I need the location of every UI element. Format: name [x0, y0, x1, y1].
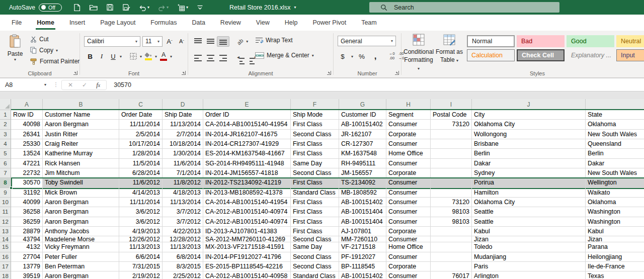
paste-button[interactable]: Paste ▾: [3, 34, 27, 62]
cell[interactable]: Craig Reiter: [43, 139, 119, 149]
cell[interactable]: SA-2012-MM7260110-41269: [203, 236, 291, 242]
cell[interactable]: 13779: [11, 262, 43, 271]
cell[interactable]: 39519: [11, 271, 43, 279]
new-file-button[interactable]: [73, 4, 80, 12]
top-align-button[interactable]: [192, 37, 204, 46]
cell[interactable]: Washington: [586, 217, 644, 227]
cell[interactable]: 4/18/2013: [163, 188, 203, 198]
decrease-font-button[interactable]: Aˇ: [177, 36, 187, 47]
cell[interactable]: Standard Class: [291, 188, 339, 198]
select-all-button[interactable]: [0, 99, 11, 110]
cell[interactable]: 4/14/2013: [119, 188, 163, 198]
cell[interactable]: State: [586, 110, 644, 120]
cell[interactable]: 3/7/2012: [163, 217, 203, 227]
borders-button[interactable]: [128, 51, 138, 62]
row-header-18[interactable]: 18: [0, 271, 11, 279]
column-header-C[interactable]: C: [119, 99, 163, 110]
number-dialog-launcher[interactable]: [395, 71, 399, 75]
column-header-D[interactable]: D: [163, 99, 203, 110]
row-header-14[interactable]: 14: [0, 236, 11, 242]
font-dialog-launcher[interactable]: [182, 71, 186, 75]
cell[interactable]: Second Class: [291, 168, 339, 178]
cell[interactable]: [431, 252, 472, 262]
cell[interactable]: Corporate: [386, 168, 431, 178]
cell-style-good[interactable]: Good: [567, 35, 614, 47]
document-title[interactable]: Retail Store 2016.xlsx ▾: [229, 0, 296, 15]
cell[interactable]: Oklahoma: [586, 198, 644, 207]
cell[interactable]: Waikato: [586, 188, 644, 198]
formula-input[interactable]: 30570: [114, 81, 131, 88]
cell[interactable]: Oklahoma City: [472, 120, 586, 129]
cell[interactable]: [431, 236, 472, 242]
cell[interactable]: Dakar: [472, 159, 586, 168]
format-painter-button[interactable]: Format Painter: [30, 58, 79, 65]
middle-align-button[interactable]: [205, 37, 216, 46]
increase-decimal-button[interactable]: ←0.00: [389, 52, 395, 60]
tab-power-pivot[interactable]: Power Pivot: [305, 15, 354, 31]
cell[interactable]: Jim Mitchum: [43, 168, 119, 178]
cancel-button[interactable]: ✕: [68, 81, 73, 88]
bold-button[interactable]: B: [85, 51, 95, 62]
cell[interactable]: 4/19/2013: [119, 227, 163, 236]
save-as-button[interactable]: [122, 4, 130, 11]
cell[interactable]: 3/7/2012: [163, 207, 203, 217]
cell[interactable]: Texas: [586, 271, 644, 279]
tab-file[interactable]: File: [4, 15, 29, 31]
cell[interactable]: 11/13/2013: [163, 242, 203, 252]
cell[interactable]: AB-100151404: [339, 207, 386, 217]
insert-function-button[interactable]: fx: [96, 81, 100, 89]
row-header-6[interactable]: 6: [0, 159, 11, 168]
wrap-text-button[interactable]: Wrap Text: [255, 37, 293, 44]
cell[interactable]: Corporate: [386, 262, 431, 271]
cell[interactable]: IN-2014-PF1912027-41796: [203, 252, 291, 262]
cell[interactable]: First Class: [291, 227, 339, 236]
cell[interactable]: 73120: [431, 198, 472, 207]
cell[interactable]: AB-100151402: [339, 271, 386, 279]
cell[interactable]: Jizan: [472, 236, 586, 242]
row-header-12[interactable]: 12: [0, 217, 11, 227]
cell[interactable]: 11/11/2014: [119, 120, 163, 129]
cell[interactable]: Customer Name: [43, 110, 119, 120]
cell[interactable]: Ship Date: [163, 110, 203, 120]
cell[interactable]: [431, 130, 472, 139]
cell-style-explanatory[interactable]: Explanatory ...: [567, 49, 614, 61]
cell[interactable]: CA-2012-AB10015140-40974: [203, 207, 291, 217]
cell[interactable]: Consumer: [386, 198, 431, 207]
cell[interactable]: Washington: [586, 207, 644, 217]
cell[interactable]: Kabul: [586, 227, 644, 236]
cell[interactable]: Heilongjiang: [586, 252, 644, 262]
decrease-indent-button[interactable]: ◂: [235, 50, 247, 66]
tab-help[interactable]: Help: [277, 15, 305, 31]
cell[interactable]: Consumer: [386, 236, 431, 242]
cell[interactable]: IN-2014-JR162107-41675: [203, 130, 291, 139]
cell[interactable]: KM-1637548: [339, 149, 386, 158]
cell[interactable]: Ile-de-France: [586, 262, 644, 271]
cell[interactable]: Second Class: [291, 236, 339, 242]
cell[interactable]: SG-2014-RH9495111-41948: [203, 159, 291, 168]
cell[interactable]: Segment: [386, 110, 431, 120]
cell[interactable]: IN-2012-TS2134092-41219: [203, 178, 291, 188]
cell[interactable]: New South Wales: [586, 168, 644, 178]
cell[interactable]: 11/13/2014: [163, 198, 203, 207]
cell[interactable]: 98103: [431, 217, 472, 227]
cell[interactable]: ID-2013-AJ107801-41383: [203, 227, 291, 236]
column-header-H[interactable]: H: [386, 99, 431, 110]
cell[interactable]: [431, 227, 472, 236]
cell-style-neutral[interactable]: Neutral: [616, 35, 644, 47]
merge-center-button[interactable]: Merge & Center ▾: [255, 52, 314, 59]
cell[interactable]: 27704: [11, 252, 43, 262]
cell[interactable]: 11/13/2013: [119, 242, 163, 252]
alignment-dialog-launcher[interactable]: [327, 71, 331, 75]
cell[interactable]: Toby Swindell: [43, 178, 119, 188]
cell[interactable]: [431, 159, 472, 168]
cell[interactable]: Vicky Freymann: [43, 242, 119, 252]
cell[interactable]: 4/22/2013: [163, 227, 203, 236]
cell[interactable]: CA-2014-AB10015140-41954: [203, 120, 291, 129]
tab-review[interactable]: Review: [213, 15, 249, 31]
cell[interactable]: Berlin: [586, 149, 644, 158]
cell[interactable]: Oklahoma: [586, 120, 644, 129]
row-header-7[interactable]: 7: [0, 168, 11, 178]
tab-page-layout[interactable]: Page Layout: [93, 15, 143, 31]
cell[interactable]: Postal Code: [431, 110, 472, 120]
cell[interactable]: IN-2013-MB1808592-41378: [203, 188, 291, 198]
